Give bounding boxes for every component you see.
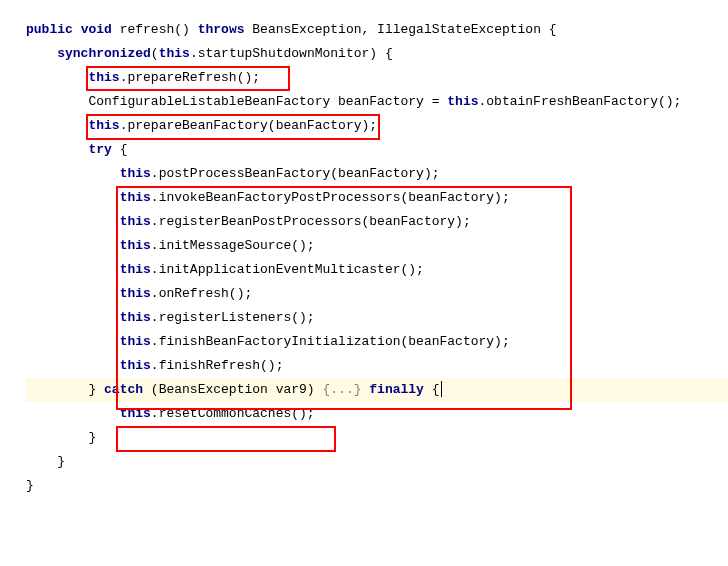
token: .registerBeanPostProcessors(beanFactory)… (151, 214, 471, 229)
token: .prepareBeanFactory(beanFactory); (120, 118, 377, 133)
token: .registerListeners(); (151, 310, 315, 325)
indent (26, 94, 88, 109)
code-line: this.registerBeanPostProcessors(beanFact… (26, 210, 728, 234)
code-line: this.invokeBeanFactoryPostProcessors(bea… (26, 186, 728, 210)
code-line: } (26, 474, 728, 498)
keyword: this (120, 190, 151, 205)
keyword: this (120, 310, 151, 325)
code-line: this.prepareBeanFactory(beanFactory); (26, 114, 728, 138)
token: } (57, 454, 65, 469)
indent (26, 262, 120, 277)
keyword: this (447, 94, 478, 109)
keyword: void (81, 22, 112, 37)
token: .postProcessBeanFactory(beanFactory); (151, 166, 440, 181)
indent (26, 406, 120, 421)
code-line: this.resetCommonCaches(); (26, 402, 728, 426)
token: .finishBeanFactoryInitialization(beanFac… (151, 334, 510, 349)
token: } (26, 478, 34, 493)
token: ( (151, 46, 159, 61)
code-line: this.initMessageSource(); (26, 234, 728, 258)
code-line-highlighted: } catch (BeansException var9) {...} fina… (26, 378, 728, 402)
code-line: this.initApplicationEventMulticaster(); (26, 258, 728, 282)
code-line: this.registerListeners(); (26, 306, 728, 330)
indent (26, 454, 57, 469)
indent (26, 334, 120, 349)
token: .onRefresh(); (151, 286, 252, 301)
token: { (424, 382, 440, 397)
keyword: this (120, 262, 151, 277)
indent (26, 238, 120, 253)
indent (26, 382, 88, 397)
keyword: this (120, 166, 151, 181)
code-line: ConfigurableListableBeanFactory beanFact… (26, 90, 728, 114)
code-line: try { (26, 138, 728, 162)
code-line: this.finishRefresh(); (26, 354, 728, 378)
code-line: synchronized(this.startupShutdownMonitor… (26, 42, 728, 66)
keyword: public (26, 22, 73, 37)
token: .resetCommonCaches(); (151, 406, 315, 421)
token: ConfigurableListableBeanFactory beanFact… (88, 94, 447, 109)
token: } (88, 430, 96, 445)
keyword: finally (362, 382, 424, 397)
token (73, 22, 81, 37)
indent (26, 214, 120, 229)
keyword: try (88, 142, 111, 157)
token: refresh() (112, 22, 198, 37)
folded-region[interactable]: {...} (322, 382, 361, 397)
code-line: this.finishBeanFactoryInitialization(bea… (26, 330, 728, 354)
keyword: catch (104, 382, 143, 397)
code-line: this.onRefresh(); (26, 282, 728, 306)
token: .initMessageSource(); (151, 238, 315, 253)
code-line: } (26, 450, 728, 474)
token: .startupShutdownMonitor) { (190, 46, 393, 61)
indent (26, 430, 88, 445)
keyword: synchronized (57, 46, 151, 61)
indent (26, 190, 120, 205)
code-line: public void refresh() throws BeansExcept… (26, 18, 728, 42)
token: (BeansException var9) (143, 382, 322, 397)
keyword: this (120, 238, 151, 253)
token: .initApplicationEventMulticaster(); (151, 262, 424, 277)
token: .invokeBeanFactoryPostProcessors(beanFac… (151, 190, 510, 205)
keyword: this (88, 70, 119, 85)
token: .prepareRefresh(); (120, 70, 260, 85)
code-line: this.postProcessBeanFactory(beanFactory)… (26, 162, 728, 186)
keyword: this (88, 118, 119, 133)
indent (26, 46, 57, 61)
token: .finishRefresh(); (151, 358, 284, 373)
indent (26, 286, 120, 301)
code-line: } (26, 426, 728, 450)
keyword: throws (198, 22, 245, 37)
token: { (112, 142, 128, 157)
indent (26, 118, 88, 133)
caret-icon (441, 381, 442, 397)
token: } (88, 382, 104, 397)
indent (26, 358, 120, 373)
keyword: this (120, 286, 151, 301)
token: BeansException, IllegalStateException { (244, 22, 556, 37)
keyword: this (159, 46, 190, 61)
indent (26, 310, 120, 325)
code-block: public void refresh() throws BeansExcept… (26, 18, 728, 498)
indent (26, 142, 88, 157)
keyword: this (120, 334, 151, 349)
keyword: this (120, 358, 151, 373)
keyword: this (120, 406, 151, 421)
indent (26, 70, 88, 85)
keyword: this (120, 214, 151, 229)
code-line: this.prepareRefresh(); (26, 66, 728, 90)
indent (26, 166, 120, 181)
token: .obtainFreshBeanFactory(); (479, 94, 682, 109)
